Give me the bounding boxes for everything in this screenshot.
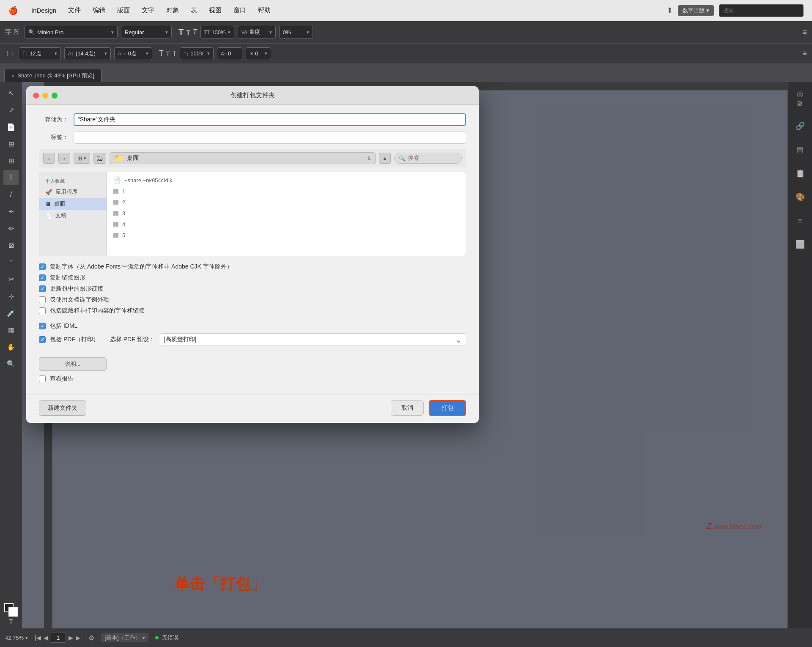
window-maximize-button[interactable] [52,93,58,99]
tab-close-button[interactable]: × [11,73,14,78]
menu-indesign[interactable]: InDesign [31,7,56,14]
nav-up-button[interactable]: ▲ [379,153,391,164]
skew-field[interactable]: ⊡ 0 ▾ [246,47,271,60]
page-first-button[interactable]: |◀ [35,634,41,641]
sidebar-item-documents[interactable]: 📄 文稿 [39,210,107,222]
vertical-scale-field[interactable]: T↕ 100% ▾ [180,47,214,60]
hand-tool[interactable]: ✋ [3,339,19,354]
new-folder-nav-button[interactable]: 🗂 [93,153,106,164]
menu-view[interactable]: 视图 [209,6,222,14]
font-style-dropdown-icon[interactable]: ▾ [165,30,168,35]
tt-strike-icon[interactable]: T [172,50,176,58]
document-tab[interactable]: × Share .indd @ 43% [GPU 预览] [4,69,102,82]
tt-sup-icon[interactable]: T [159,49,164,58]
location-dropdown-icon[interactable]: ⇅ [367,156,371,161]
file-row[interactable]: ▦ 1 [107,186,466,197]
file-row[interactable]: ▦ 4 [107,219,466,230]
file-row[interactable]: ▦ 3 [107,208,466,219]
pdf-preset-dropdown-icon[interactable]: ⌄ [455,334,462,345]
h-scale-dropdown-icon[interactable]: ▾ [228,30,230,35]
window-minimize-button[interactable] [42,93,48,99]
font-family-dropdown-icon[interactable]: ▾ [111,30,114,35]
page-next-button[interactable]: ▶ [69,634,73,641]
menu-edit[interactable]: 编辑 [93,6,105,14]
fill-stroke-indicator[interactable] [4,603,18,617]
view-report-checkbox[interactable] [39,376,46,382]
zoom-tool[interactable]: 🔍 [3,356,19,371]
tt-small-icon[interactable]: T [186,29,190,36]
page-input[interactable] [51,633,66,643]
scissors-tool[interactable]: ✂ [3,271,19,287]
font-size-dropdown[interactable]: ▾ [55,51,57,56]
kerning-dropdown-icon[interactable]: ▾ [269,30,272,35]
leading-field[interactable]: A↕ (14.4点) ▾ [64,47,111,60]
pdf-preset-select[interactable]: [高质量打印] ⌄ [160,333,466,346]
menu-file[interactable]: 文件 [68,6,81,14]
description-button[interactable]: 说明... [39,357,107,371]
page-settings-icon[interactable]: ⚙ [88,634,94,642]
view-mode-button[interactable]: ⊞ ▾ [74,153,90,164]
kerning-pct-dropdown[interactable]: ▾ [307,30,309,35]
tracking-dropdown[interactable]: ▾ [146,51,148,56]
share-icon[interactable]: ⬆ [667,6,673,15]
row2-options-icon[interactable]: ≡ [802,49,807,58]
pen-tool[interactable]: ✒ [3,204,19,219]
font-size-field[interactable]: T↕ 12点 ▾ [19,47,61,60]
tt-sub-icon[interactable]: T [166,50,170,57]
location-selector[interactable]: 📁 桌面 ⇅ [110,152,376,164]
zoom-indicator[interactable]: 42.75% ▾ [5,635,28,641]
tt-italic-icon[interactable]: T [192,28,197,36]
menu-text[interactable]: 文字 [142,6,154,14]
options-icon[interactable]: ≡ [802,28,807,37]
kerning-selector[interactable]: VA 量度 ▾ [238,26,276,38]
publish-button[interactable]: 数字出版 ▾ [678,5,714,16]
search-box[interactable]: 🔍 搜索 [394,153,462,164]
pencil-tool[interactable]: ✏ [3,221,19,236]
file-row[interactable]: ▦ 2 [107,197,466,208]
option-update-links-checkbox[interactable]: ✓ [39,285,46,292]
rectangle-frame-tool[interactable]: ⊠ [3,238,19,253]
tags-input[interactable] [74,131,466,144]
font-family-selector[interactable]: 🔍 Minion Pro ▾ [25,26,118,38]
option-use-exceptions-checkbox[interactable] [39,296,46,303]
cancel-button[interactable]: 取消 [391,400,424,416]
global-search-input[interactable] [719,4,804,17]
line-tool[interactable]: / [3,187,19,202]
save-as-input[interactable] [74,113,466,126]
view-mode-dropdown[interactable]: ▾ [84,156,86,161]
option-include-pdf-checkbox[interactable]: ✓ [39,336,46,343]
page-last-button[interactable]: ▶| [76,634,82,641]
rectangle-tool[interactable]: □ [3,255,19,270]
file-row[interactable]: 📄 ~share ~nk954r.idlk [107,175,466,186]
horizontal-scale-field[interactable]: TT 100% ▾ [200,26,234,38]
kerning-pct-field[interactable]: 0% ▾ [279,26,313,38]
nav-forward-button[interactable]: › [58,153,70,164]
type-tool[interactable]: T [3,170,19,185]
selection-tool[interactable]: ↖ [3,85,19,101]
new-folder-button[interactable]: 新建文件夹 [39,400,86,416]
baseline-field[interactable]: A↑ 0 [217,47,242,60]
mode-indicator[interactable]: [基本]（工作） ▾ [101,633,148,642]
gradient-swatch-tool[interactable]: ▦ [3,322,19,337]
menu-layout[interactable]: 版面 [117,6,130,14]
free-transform-tool[interactable]: ⊹ [3,288,19,304]
page-prev-button[interactable]: ◀ [44,634,48,641]
menu-object[interactable]: 对象 [166,6,179,14]
menu-window[interactable]: 窗口 [233,6,246,14]
option-include-idml-checkbox[interactable]: ✓ [39,323,46,329]
v-scale-dropdown[interactable]: ▾ [207,51,210,56]
leading-dropdown[interactable]: ▾ [104,51,107,56]
sidebar-item-desktop[interactable]: 🖥 桌面 [39,198,107,210]
gap-tool[interactable]: ⊞ [3,136,19,151]
menu-help[interactable]: 帮助 [258,6,271,14]
nav-back-button[interactable]: ‹ [43,153,55,164]
option-copy-fonts-checkbox[interactable]: ✓ [39,263,46,270]
font-style-selector[interactable]: Regular ▾ [121,26,172,38]
tracking-field[interactable]: A↔ 0点 ▾ [114,47,152,60]
menu-table[interactable]: 表 [191,6,197,14]
file-row[interactable]: ▦ 5 [107,230,466,241]
mode-dropdown-icon[interactable]: ▾ [143,635,145,641]
apple-menu[interactable]: 🍎 [8,6,18,15]
sidebar-item-applications[interactable]: 🚀 应用程序 [39,186,107,198]
content-collector-tool[interactable]: ⊞ [3,153,19,168]
